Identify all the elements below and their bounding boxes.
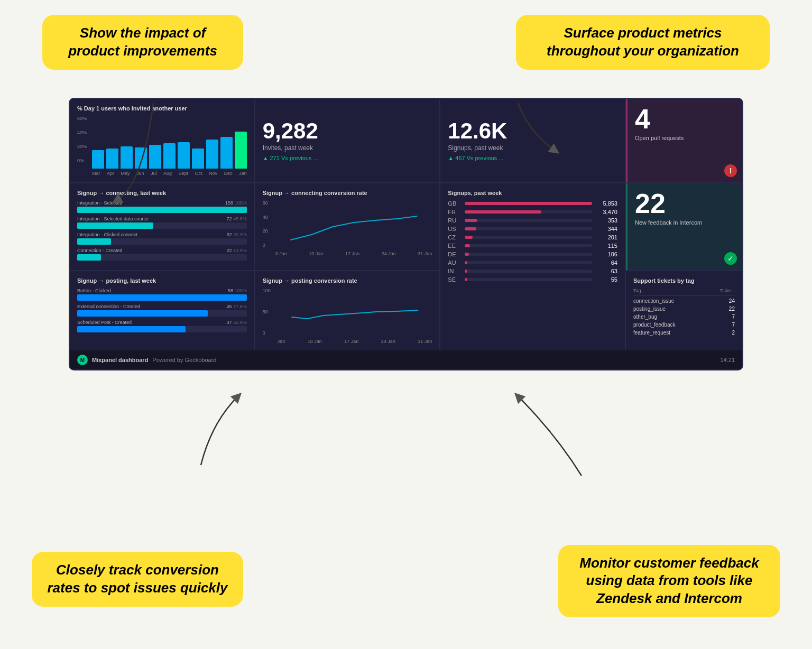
callout-top-right-text: Surface product metrics throughout your … [547, 25, 739, 59]
country-ee: EE 115 [448, 243, 617, 249]
posting-conversion-title: Signup → posting conversion rate [263, 277, 432, 284]
widget-bar-chart: % Day 1 users who invited another user 0… [70, 99, 254, 182]
bar-4 [135, 147, 147, 169]
posting-hbar-2: External connection - Created 45 77.6% [77, 304, 247, 317]
dashboard-time: 14:21 [720, 357, 735, 363]
support-tickets-title: Support tickets by tag [633, 277, 735, 284]
widget-posting-conversion: Signup → posting conversion rate 0 50 10… [255, 271, 440, 350]
dashboard-footer: M Mixpanel dashboard Powered by Geckoboa… [70, 350, 742, 369]
signups-change: ▲ 467 Vs previous ... [448, 155, 617, 161]
bar-11 [235, 132, 247, 169]
country-se: SE 55 [448, 276, 617, 283]
invites-change: ▲ 271 Vs previous ... [263, 155, 432, 161]
country-gb: GB 5,853 [448, 200, 617, 207]
bar-5 [149, 145, 161, 169]
pr-label: Open pull requests [635, 135, 735, 141]
country-ru: RU 353 [448, 217, 617, 224]
bar-8 [192, 149, 204, 169]
ticket-row-3: other_bug 7 [633, 314, 735, 320]
dashboard: % Day 1 users who invited another user 0… [69, 98, 743, 370]
callout-bottom-right: Monitor customer feedback using data fro… [558, 545, 780, 617]
country-us: US 344 [448, 226, 617, 232]
widget-intercom: 22 New feedback in Intercom ✓ [626, 183, 742, 270]
country-au: AU 64 [448, 259, 617, 266]
callout-top-right: Surface product metrics throughout your … [516, 15, 770, 70]
signup-connecting-title: Signup → connecting, last week [77, 190, 247, 196]
posting-hbar-3: Scheduled Post - Created 37 63.8% [77, 320, 247, 332]
callout-bottom-left: Closely track conversion rates to spot i… [32, 552, 243, 607]
widget-pull-requests: 4 Open pull requests ! [626, 99, 742, 182]
invites-label: Invites, past week [263, 144, 432, 152]
ticket-row-5: feature_request 2 [633, 330, 735, 336]
bar-7 [178, 142, 190, 169]
widget-signup-posting: Signup → posting, last week Button - Cli… [70, 271, 254, 350]
widget-support-tickets: Support tickets by tag Tag Ticke... conn… [626, 271, 742, 350]
callout-top-left: Show the impact of product improvements [42, 15, 243, 70]
hbar-item-1: Integration - Selected 158 100% [77, 200, 247, 213]
signup-posting-bars: Button - Clicked 58 100% External connec… [77, 288, 247, 332]
callout-bottom-right-text: Monitor customer feedback using data fro… [579, 555, 759, 607]
widget-signups-country: Signups, past week GB 5,853 FR 3,470 RU … [440, 183, 625, 350]
country-cz: CZ 201 [448, 234, 617, 240]
intercom-check-icon: ✓ [724, 252, 737, 265]
ticket-row-4: product_feedback 7 [633, 322, 735, 328]
country-fr: FR 3,470 [448, 209, 617, 215]
posting-hbar-1: Button - Clicked 58 100% [77, 288, 247, 301]
pr-number: 4 [635, 105, 735, 133]
widget-invites: 9,282 Invites, past week ▲ 271 Vs previo… [255, 99, 440, 182]
bar-10 [220, 137, 233, 169]
invites-number: 9,282 [263, 120, 432, 142]
mixpanel-logo: M [77, 355, 88, 365]
bar-3 [121, 146, 133, 169]
hbar-item-3: Integration - Clicked connect 32 20.3% [77, 232, 247, 245]
conversion-line-chart [275, 200, 432, 248]
hbar-item-2: Integration - Selected data source 72 45… [77, 216, 247, 229]
signup-posting-title: Signup → posting, last week [77, 277, 247, 284]
callout-top-left-text: Show the impact of product improvements [68, 25, 217, 59]
intercom-number: 22 [635, 190, 735, 217]
country-list: GB 5,853 FR 3,470 RU 353 US 344 [448, 200, 617, 283]
signups-label: Signups, past week [448, 144, 617, 152]
bar-1 [92, 150, 104, 169]
country-de: DE 106 [448, 251, 617, 257]
signups-number: 12.6K [448, 120, 617, 142]
pr-alert-icon: ! [724, 164, 737, 177]
footer-left: M Mixpanel dashboard Powered by Geckoboa… [77, 355, 216, 365]
tickets-table-header: Tag Ticke... [633, 288, 735, 296]
signups-country-title: Signups, past week [448, 190, 617, 196]
bar-chart-title: % Day 1 users who invited another user [77, 105, 247, 112]
bar-6 [163, 143, 176, 169]
widget-conversion-rate: Signup → connecting conversion rate 0 20… [255, 183, 440, 270]
hbar-item-4: Connection - Created 22 13.9% [77, 248, 247, 261]
signup-connecting-bars: Integration - Selected 158 100% Integrat… [77, 200, 247, 261]
dashboard-title: Mixpanel dashboard [92, 357, 148, 363]
posting-line-chart [278, 288, 432, 336]
bar-9 [206, 140, 218, 169]
bar-chart-x-labels: Mar Apr May Jun Jul Aug Sept Oct Nov Dec… [92, 171, 247, 176]
widget-signup-connecting: Signup → connecting, last week Integrati… [70, 183, 254, 270]
powered-by: Powered by Geckoboard [152, 357, 216, 363]
intercom-label: New feedback in Intercom [635, 219, 735, 226]
ticket-row-1: connection_issue 24 [633, 298, 735, 304]
callout-bottom-left-text: Closely track conversion rates to spot i… [47, 562, 227, 596]
conversion-rate-title: Signup → connecting conversion rate [263, 190, 432, 196]
widget-signups: 12.6K Signups, past week ▲ 467 Vs previo… [440, 99, 625, 182]
country-in: IN 63 [448, 268, 617, 274]
dashboard-grid: % Day 1 users who invited another user 0… [70, 99, 742, 350]
bar-2 [106, 149, 118, 169]
ticket-row-2: posting_issue 22 [633, 306, 735, 312]
